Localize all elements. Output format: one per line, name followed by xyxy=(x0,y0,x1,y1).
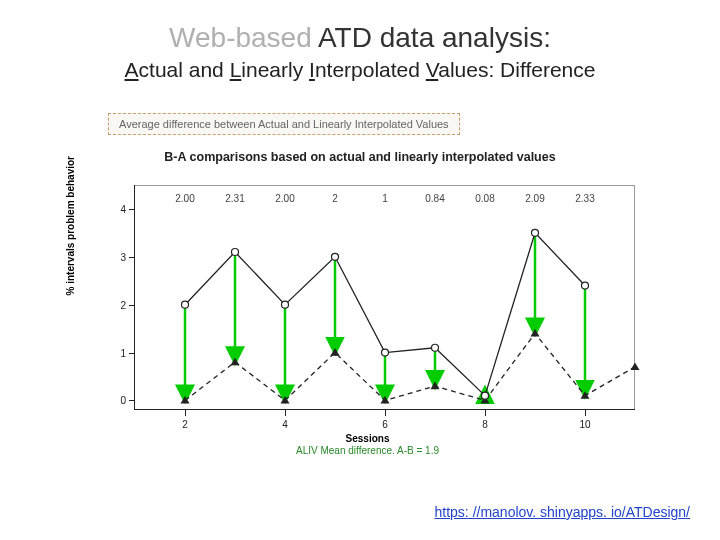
legend-box: Average difference between Actual and Li… xyxy=(108,113,460,135)
title-faded: Web-based xyxy=(169,22,318,53)
x-tick-label: 2 xyxy=(182,419,188,430)
bar-value-label: 2.31 xyxy=(225,193,244,204)
title-main: ATD data analysis: xyxy=(318,22,551,53)
upper-series-marker xyxy=(282,301,289,308)
upper-series-marker xyxy=(232,249,239,256)
bar-value-label: 2.33 xyxy=(575,193,594,204)
lower-series-marker xyxy=(181,396,190,404)
y-tick xyxy=(129,209,135,210)
y-tick-label: 4 xyxy=(110,203,126,214)
chart: % intervals problem behavior Sessions AL… xyxy=(90,175,645,455)
y-tick-label: 1 xyxy=(110,347,126,358)
upper-series-marker xyxy=(432,344,439,351)
y-tick xyxy=(129,353,135,354)
x-axis-title: Sessions xyxy=(90,433,645,444)
bar-value-label: 2.00 xyxy=(275,193,294,204)
x-tick xyxy=(285,410,286,416)
y-tick-label: 2 xyxy=(110,299,126,310)
lower-series-marker xyxy=(581,391,590,399)
y-tick xyxy=(129,257,135,258)
bar-value-label: 2.00 xyxy=(175,193,194,204)
upper-series-marker xyxy=(332,253,339,260)
chart-title: B-A comparisons based on actual and line… xyxy=(0,150,720,164)
x-tick xyxy=(585,410,586,416)
x-tick-label: 8 xyxy=(482,419,488,430)
bar-value-label: 0.08 xyxy=(475,193,494,204)
plot-svg xyxy=(135,185,635,410)
x-tick-label: 4 xyxy=(282,419,288,430)
y-tick-label: 3 xyxy=(110,251,126,262)
title-block: Web-based ATD data analysis: Actual and … xyxy=(0,0,720,82)
y-tick xyxy=(129,400,135,401)
lower-series-marker xyxy=(381,396,390,404)
page-title: Web-based ATD data analysis: xyxy=(0,22,720,54)
upper-series-marker xyxy=(582,282,589,289)
x-tick-label: 10 xyxy=(579,419,590,430)
x-tick xyxy=(485,410,486,416)
upper-series-marker xyxy=(382,349,389,356)
lower-series-line xyxy=(185,333,635,400)
x-tick-label: 6 xyxy=(382,419,388,430)
y-axis-title: % intervals problem behavior xyxy=(65,156,76,296)
aliv-caption: ALIV Mean difference. A-B = 1.9 xyxy=(90,445,645,456)
page-subtitle: Actual and Linearly Interpolated Values:… xyxy=(0,58,720,82)
legend-text: Average difference between Actual and Li… xyxy=(119,118,449,130)
upper-series-marker xyxy=(482,392,489,399)
bar-value-label: 2 xyxy=(332,193,338,204)
x-tick xyxy=(185,410,186,416)
bar-value-label: 2.09 xyxy=(525,193,544,204)
lower-series-marker xyxy=(631,362,640,370)
y-tick xyxy=(129,305,135,306)
lower-series-marker xyxy=(431,382,440,390)
upper-series-marker xyxy=(182,301,189,308)
bar-value-label: 0.84 xyxy=(425,193,444,204)
x-tick xyxy=(385,410,386,416)
footer-link[interactable]: https: //manolov. shinyapps. io/ATDesign… xyxy=(435,504,691,520)
y-tick-label: 0 xyxy=(110,395,126,406)
lower-series-marker xyxy=(531,329,540,337)
lower-series-marker xyxy=(231,358,240,366)
bar-value-label: 1 xyxy=(382,193,388,204)
upper-series-marker xyxy=(532,229,539,236)
lower-series-marker xyxy=(331,348,340,356)
